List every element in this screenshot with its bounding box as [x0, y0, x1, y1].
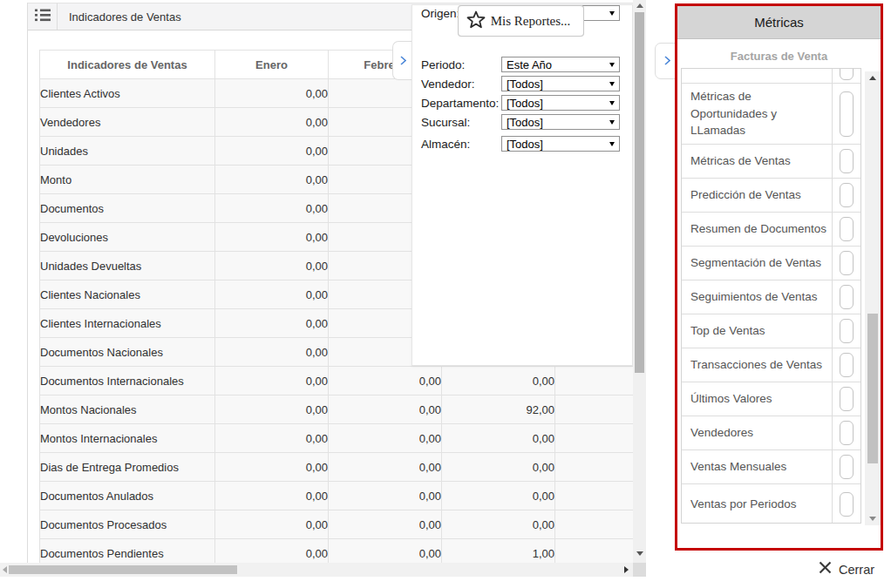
- table-row: Documentos Pendientes 0,00 0,00 1,00: [40, 539, 634, 564]
- list-item[interactable]: Métricas de Ventas: [682, 145, 860, 179]
- indicator-label: Monto: [40, 166, 215, 194]
- metrics-header: Métricas: [677, 6, 881, 39]
- vertical-scrollbar-thumb[interactable]: [635, 12, 644, 373]
- dropdown-arrow-icon: [609, 82, 615, 86]
- almacen-select[interactable]: [Todos]: [501, 136, 620, 152]
- metric-checkbox[interactable]: [840, 319, 854, 343]
- cerrar-button[interactable]: Cerrar: [818, 560, 874, 578]
- indicator-label: Documentos Anulados: [40, 482, 215, 510]
- indicator-label: Montos Nacionales: [40, 395, 215, 424]
- main-vertical-scrollbar[interactable]: [633, 0, 646, 563]
- list-item[interactable]: Ventas por Periodos: [682, 484, 860, 524]
- metrics-scrollbar[interactable]: [865, 71, 881, 525]
- scroll-down-icon[interactable]: [869, 517, 876, 521]
- value-enero: 0,00: [215, 309, 329, 338]
- table-row: Dias de Entrega Promedios 0,00 0,00 0,00: [40, 453, 634, 482]
- value-enero: 0,00: [215, 395, 329, 424]
- metric-checkbox[interactable]: [840, 149, 854, 173]
- metric-label: Transacciones de Ventas: [682, 348, 832, 382]
- panel-left-border: [27, 3, 28, 577]
- list-item[interactable]: Ventas Mensuales: [682, 450, 860, 484]
- value-marzo: 0,00: [442, 367, 555, 395]
- scroll-left-icon[interactable]: [3, 566, 7, 573]
- list-item[interactable]: Top de Ventas: [682, 314, 860, 348]
- departamento-select[interactable]: [Todos]: [501, 95, 620, 111]
- list-item[interactable]: Transacciones de Ventas: [682, 348, 860, 382]
- indicator-label: Clientes Nacionales: [40, 280, 215, 309]
- metric-checkbox[interactable]: [840, 251, 854, 275]
- metric-checkbox[interactable]: [840, 285, 854, 309]
- metric-checkbox-cell: [832, 450, 860, 483]
- list-icon: [35, 9, 51, 25]
- mis-reportes-button[interactable]: Mis Reportes...: [458, 5, 584, 37]
- indicator-label: Devoluciones: [40, 223, 215, 252]
- dropdown-arrow-icon: [609, 120, 615, 125]
- scroll-up-icon[interactable]: [636, 3, 643, 8]
- periodo-select[interactable]: Este Año: [501, 57, 620, 72]
- dropdown-arrow-icon: [609, 11, 615, 16]
- value-empty: [555, 539, 634, 564]
- metric-checkbox-cell: [832, 348, 860, 382]
- value-enero: 0,00: [215, 79, 329, 108]
- value-enero: 0,00: [215, 453, 329, 482]
- filters-panel: Filtros: Periodo: Este Año Vendedor: [To…: [411, 4, 633, 366]
- metric-checkbox[interactable]: [840, 353, 854, 377]
- metric-checkbox[interactable]: [840, 455, 854, 479]
- value-febrero: 0,00: [329, 539, 442, 564]
- metric-label: Ventas por Periodos: [682, 484, 832, 524]
- column-header-indicadores[interactable]: Indicadores de Ventas: [40, 51, 215, 79]
- scroll-up-icon[interactable]: [869, 76, 876, 80]
- metric-checkbox[interactable]: [840, 492, 854, 517]
- metric-checkbox[interactable]: [840, 91, 854, 137]
- metric-checkbox[interactable]: [840, 421, 854, 445]
- metric-checkbox[interactable]: [840, 69, 854, 80]
- value-marzo: 0,00: [442, 453, 555, 482]
- filter-field-departamento: Departamento: [Todos]: [421, 95, 620, 111]
- value-febrero: 0,00: [329, 510, 442, 539]
- value-enero: 0,00: [215, 424, 329, 453]
- metric-checkbox[interactable]: [840, 217, 854, 241]
- metrics-scrollbar-thumb[interactable]: [867, 314, 878, 463]
- list-item[interactable]: Vendedores: [682, 416, 860, 450]
- value-enero: 0,00: [215, 338, 329, 367]
- metric-checkbox-cell: [832, 213, 860, 246]
- list-item[interactable]: Resumen de Documentos: [682, 213, 860, 247]
- vendedor-select[interactable]: [Todos]: [501, 76, 620, 91]
- indicator-label: Documentos Internacionales: [40, 367, 215, 395]
- metric-label: [682, 69, 832, 83]
- scroll-down-icon[interactable]: [636, 551, 643, 556]
- list-item[interactable]: Predicción de Ventas: [682, 179, 860, 213]
- metric-checkbox[interactable]: [840, 387, 854, 411]
- list-item[interactable]: Métricas de Oportunidades y LLamadas: [682, 84, 860, 145]
- metric-label: Ventas Mensuales: [682, 450, 832, 483]
- value-empty: [555, 424, 634, 453]
- horizontal-scrollbar-thumb[interactable]: [9, 565, 237, 574]
- filters-collapse-handle[interactable]: [392, 41, 413, 80]
- report-menu-button[interactable]: [28, 3, 58, 30]
- indicator-label: Clientes Activos: [40, 79, 215, 108]
- list-item-partial[interactable]: [682, 69, 860, 84]
- list-item[interactable]: Últimos Valores: [682, 382, 860, 416]
- indicator-label: Documentos Nacionales: [40, 338, 215, 367]
- close-icon: [818, 560, 833, 578]
- metric-label: Últimos Valores: [682, 382, 832, 416]
- filter-field-sucursal: Sucursal: [Todos]: [421, 114, 620, 130]
- sucursal-select[interactable]: [Todos]: [501, 114, 620, 130]
- filter-field-almacen: Almacén: [Todos]: [421, 136, 620, 152]
- value-marzo: 0,00: [442, 510, 555, 539]
- indicator-label: Unidades: [40, 137, 215, 166]
- dropdown-arrow-icon: [609, 101, 615, 105]
- list-item[interactable]: Segmentación de Ventas: [682, 247, 860, 280]
- list-item[interactable]: Seguimientos de Ventas: [682, 280, 860, 314]
- metrics-panel: Métricas Facturas de Venta Métricas de O…: [675, 3, 883, 551]
- metric-label: Métricas de Ventas: [682, 145, 832, 178]
- dropdown-arrow-icon: [609, 63, 615, 67]
- main-horizontal-scrollbar[interactable]: [0, 563, 633, 577]
- column-header-enero[interactable]: Enero: [215, 51, 329, 79]
- value-febrero: 0,00: [329, 367, 442, 395]
- chevron-right-icon: [664, 53, 670, 69]
- scroll-right-icon[interactable]: [624, 566, 629, 573]
- metric-checkbox[interactable]: [840, 183, 854, 207]
- indicator-label: Documentos Pendientes: [40, 539, 215, 564]
- value-febrero: 0,00: [329, 424, 442, 453]
